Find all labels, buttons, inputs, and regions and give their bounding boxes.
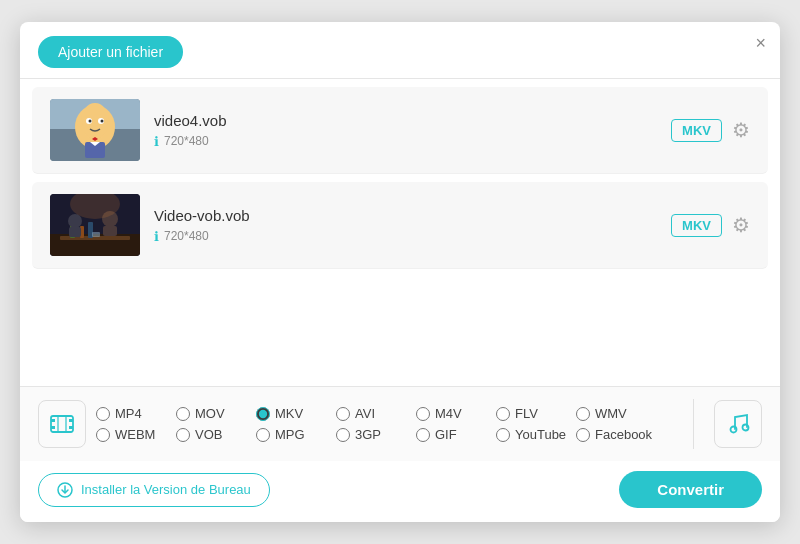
radio-flv[interactable] — [496, 407, 510, 421]
info-icon[interactable]: ℹ — [154, 134, 159, 149]
format-label-flv: FLV — [515, 406, 538, 421]
radio-vob[interactable] — [176, 428, 190, 442]
format-option-mkv[interactable]: MKV — [256, 406, 336, 421]
format-badge[interactable]: MKV — [671, 119, 722, 142]
svg-point-10 — [107, 119, 113, 127]
action-bar: Installer la Version de Bureau Convertir — [20, 461, 780, 522]
radio-webm[interactable] — [96, 428, 110, 442]
format-option-facebook[interactable]: Facebook — [576, 427, 656, 442]
svg-point-4 — [81, 103, 109, 139]
format-option-mpg[interactable]: MPG — [256, 427, 336, 442]
info-icon[interactable]: ℹ — [154, 229, 159, 244]
format-option-3gp[interactable]: 3GP — [336, 427, 416, 442]
svg-rect-29 — [69, 419, 73, 422]
radio-wmv[interactable] — [576, 407, 590, 421]
convert-button[interactable]: Convertir — [619, 471, 762, 508]
format-option-gif[interactable]: GIF — [416, 427, 496, 442]
format-label-vob: VOB — [195, 427, 222, 442]
format-label-facebook: Facebook — [595, 427, 652, 442]
film-icon[interactable] — [38, 400, 86, 448]
file-item: Video-vob.vob ℹ 720*480 MKV ⚙ — [32, 182, 768, 269]
install-label: Installer la Version de Bureau — [81, 482, 251, 497]
format-option-flv[interactable]: FLV — [496, 406, 576, 421]
file-meta: ℹ 720*480 — [154, 134, 671, 149]
install-button[interactable]: Installer la Version de Bureau — [38, 473, 270, 507]
svg-rect-21 — [69, 227, 81, 237]
settings-icon[interactable]: ⚙ — [732, 118, 750, 142]
format-option-webm[interactable]: WEBM — [96, 427, 176, 442]
format-option-youtube[interactable]: YouTube — [496, 427, 576, 442]
music-icon[interactable] — [714, 400, 762, 448]
file-resolution: 720*480 — [164, 134, 209, 148]
format-badge[interactable]: MKV — [671, 214, 722, 237]
format-option-vob[interactable]: VOB — [176, 427, 256, 442]
close-button[interactable]: × — [755, 34, 766, 52]
svg-point-7 — [89, 120, 92, 123]
svg-rect-27 — [51, 419, 55, 422]
svg-rect-25 — [92, 232, 100, 237]
format-row-1: MP4 MOV MKV AVI — [96, 406, 683, 421]
format-row-2: WEBM VOB MPG 3GP — [96, 427, 683, 442]
file-actions: MKV ⚙ — [671, 213, 750, 237]
format-label-avi: AVI — [355, 406, 375, 421]
svg-point-8 — [101, 120, 104, 123]
radio-mkv[interactable] — [256, 407, 270, 421]
format-option-mov[interactable]: MOV — [176, 406, 256, 421]
format-options: MP4 MOV MKV AVI — [96, 406, 683, 442]
file-name: Video-vob.vob — [154, 207, 671, 224]
format-label-mp4: MP4 — [115, 406, 142, 421]
svg-rect-26 — [51, 416, 73, 432]
radio-youtube[interactable] — [496, 428, 510, 442]
download-icon — [57, 482, 73, 498]
radio-m4v[interactable] — [416, 407, 430, 421]
file-name: video4.vob — [154, 112, 671, 129]
file-actions: MKV ⚙ — [671, 118, 750, 142]
svg-point-9 — [77, 119, 83, 127]
format-section: MP4 MOV MKV AVI — [38, 399, 762, 449]
format-label-webm: WEBM — [115, 427, 155, 442]
format-label-3gp: 3GP — [355, 427, 381, 442]
format-label-m4v: M4V — [435, 406, 462, 421]
svg-rect-30 — [69, 426, 73, 429]
format-label-gif: GIF — [435, 427, 457, 442]
svg-rect-28 — [51, 426, 55, 429]
format-label-mkv: MKV — [275, 406, 303, 421]
file-resolution: 720*480 — [164, 229, 209, 243]
file-thumbnail — [50, 194, 140, 256]
file-list: video4.vob ℹ 720*480 MKV ⚙ — [20, 79, 780, 386]
settings-icon[interactable]: ⚙ — [732, 213, 750, 237]
radio-avi[interactable] — [336, 407, 350, 421]
main-dialog: × Ajouter un fichier — [20, 22, 780, 522]
file-item: video4.vob ℹ 720*480 MKV ⚙ — [32, 87, 768, 174]
file-meta: ℹ 720*480 — [154, 229, 671, 244]
format-option-wmv[interactable]: WMV — [576, 406, 656, 421]
radio-mp4[interactable] — [96, 407, 110, 421]
format-bar: MP4 MOV MKV AVI — [20, 386, 780, 461]
format-option-mp4[interactable]: MP4 — [96, 406, 176, 421]
format-label-mpg: MPG — [275, 427, 305, 442]
radio-gif[interactable] — [416, 428, 430, 442]
radio-3gp[interactable] — [336, 428, 350, 442]
radio-mov[interactable] — [176, 407, 190, 421]
divider — [693, 399, 694, 449]
file-info: video4.vob ℹ 720*480 — [154, 112, 671, 149]
add-file-button[interactable]: Ajouter un fichier — [38, 36, 183, 68]
radio-facebook[interactable] — [576, 428, 590, 442]
svg-point-20 — [68, 214, 82, 228]
format-option-m4v[interactable]: M4V — [416, 406, 496, 421]
file-thumbnail — [50, 99, 140, 161]
file-info: Video-vob.vob ℹ 720*480 — [154, 207, 671, 244]
format-label-youtube: YouTube — [515, 427, 566, 442]
format-label-mov: MOV — [195, 406, 225, 421]
radio-mpg[interactable] — [256, 428, 270, 442]
svg-rect-23 — [103, 226, 117, 236]
format-label-wmv: WMV — [595, 406, 627, 421]
top-bar: Ajouter un fichier — [20, 22, 780, 79]
format-option-avi[interactable]: AVI — [336, 406, 416, 421]
